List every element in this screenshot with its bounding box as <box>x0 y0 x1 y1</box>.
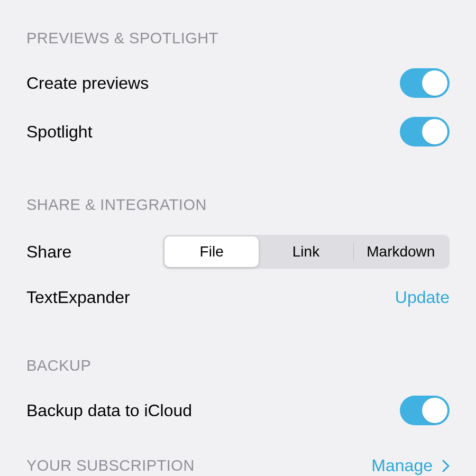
subscription-manage-text: Manage <box>371 456 433 475</box>
row-create-previews: Create previews <box>26 68 450 98</box>
create-previews-toggle[interactable] <box>400 68 450 98</box>
section-header-share: SHARE & INTEGRATION <box>26 196 450 214</box>
segment-markdown[interactable]: Markdown <box>354 236 448 267</box>
toggle-knob <box>422 119 447 144</box>
textexpander-label: TextExpander <box>26 288 130 307</box>
row-spotlight: Spotlight <box>26 117 450 147</box>
toggle-knob <box>422 70 447 96</box>
textexpander-update-link[interactable]: Update <box>395 288 450 307</box>
backup-label: Backup data to iCloud <box>26 401 192 420</box>
section-header-backup: BACKUP <box>26 357 450 374</box>
toggle-knob <box>422 398 447 423</box>
spotlight-toggle[interactable] <box>400 117 450 147</box>
subscription-manage-link[interactable]: Manage <box>371 456 450 475</box>
section-header-previews: PREVIEWS & SPOTLIGHT <box>26 30 450 47</box>
row-backup: Backup data to iCloud <box>26 396 450 425</box>
share-label: Share <box>26 242 71 262</box>
backup-toggle[interactable] <box>400 396 450 425</box>
row-share: Share File Link Markdown <box>26 235 450 269</box>
share-segmented-control[interactable]: File Link Markdown <box>163 235 450 269</box>
segment-file[interactable]: File <box>164 236 259 267</box>
chevron-right-icon <box>442 460 450 472</box>
spotlight-label: Spotlight <box>26 122 93 142</box>
segment-link[interactable]: Link <box>259 236 353 267</box>
row-textexpander: TextExpander Update <box>26 288 450 307</box>
create-previews-label: Create previews <box>26 74 149 93</box>
row-subscription: YOUR SUBSCRIPTION Manage <box>26 456 450 475</box>
section-header-subscription: YOUR SUBSCRIPTION <box>26 457 195 474</box>
